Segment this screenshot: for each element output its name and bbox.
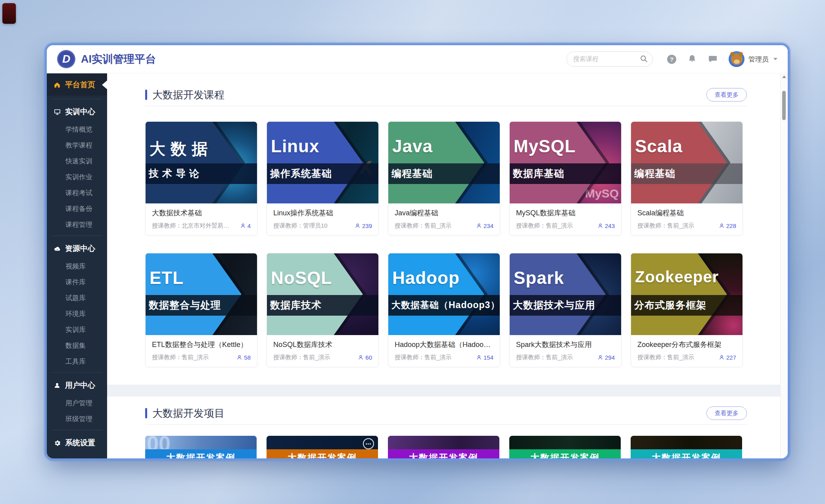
course-card[interactable]: Linux Linux 操作系统基础 Linux操作系统基础 授课教师：管理员1…	[267, 121, 379, 236]
course-teacher: 授课教师：售前_演示	[637, 222, 694, 230]
section-gap	[107, 385, 781, 397]
student-count: 239	[355, 222, 372, 229]
sidebar-item[interactable]: 学情概览	[47, 121, 107, 137]
course-card[interactable]: 大 数 据 技 术 导 论 大数据技术基础 授课教师：北京市对外贸易学校教...…	[145, 121, 257, 236]
search-box	[566, 52, 653, 67]
sidebar: 平台首页 实训中心 学情概览 教学课程 快速实训 实训作业 课程考试 课程备份 …	[47, 73, 107, 458]
course-cover-image: 大 数 据 技 术 导 论	[146, 122, 257, 203]
person-icon	[358, 355, 364, 360]
course-cover-image: Java 编程基础	[388, 122, 500, 203]
person-icon	[476, 355, 482, 360]
course-teacher: 授课教师：售前_演示	[395, 222, 451, 230]
course-teacher: 授课教师：售前_演示	[395, 354, 451, 361]
sidebar-section-users[interactable]: 用户中心	[47, 376, 107, 395]
project-banner: 大数据开发案例	[631, 449, 742, 458]
course-title: Linux操作系统基础	[273, 208, 372, 218]
course-cover-image: Zookeeper 分布式服务框架	[631, 253, 742, 335]
student-count: 154	[476, 354, 493, 361]
project-card[interactable]: 大数据开发案例	[388, 436, 499, 458]
view-more-button[interactable]: 查看更多	[706, 406, 747, 420]
search-icon[interactable]	[640, 55, 648, 63]
project-banner: 大数据开发案例	[388, 449, 499, 458]
sidebar-item[interactable]: 课程考试	[47, 185, 107, 201]
sidebar-section-training[interactable]: 实训中心	[47, 102, 107, 121]
course-card[interactable]: Spark 大数据技术与应用 Spark大数据技术与应用 授课教师：售前_演示 …	[509, 253, 622, 367]
app-logo	[57, 50, 75, 68]
person-icon	[476, 223, 482, 229]
sidebar-item[interactable]: 实训作业	[47, 169, 107, 185]
course-teacher: 授课教师：售前_演示	[273, 354, 330, 361]
gear-icon	[53, 439, 61, 447]
main-content: 大数据开发课程 查看更多 大 数 据 技 术 导 论 大数据技术基础	[107, 73, 788, 458]
sidebar-divider	[52, 372, 102, 373]
course-cover-image: MySQ MySQL 数据库基础	[510, 122, 621, 203]
more-dots-icon	[363, 438, 374, 449]
course-teacher: 授课教师：北京市对外贸易学校教...	[152, 222, 233, 230]
title-accent-bar	[145, 90, 147, 100]
user-menu[interactable]: 管理员	[729, 51, 777, 67]
course-card[interactable]: Java 编程基础 Java编程基础 授课教师：售前_演示 234	[388, 121, 500, 236]
monitor-icon	[53, 108, 61, 116]
course-title: 大数据技术基础	[152, 208, 251, 218]
home-icon	[53, 81, 61, 89]
sidebar-item[interactable]: 试题库	[47, 290, 107, 306]
sidebar-item-home[interactable]: 平台首页	[47, 74, 107, 96]
course-title: MySQL数据库基础	[516, 208, 615, 218]
project-card[interactable]: 00 大数据开发案例	[145, 436, 257, 458]
course-teacher: 授课教师：售前_演示	[637, 354, 694, 361]
course-cover-image: Spark 大数据技术与应用	[510, 253, 621, 335]
course-title: Hadoop大数据基础（Hadoop3）	[395, 340, 493, 349]
sidebar-item[interactable]: 实训库	[47, 322, 107, 337]
project-grid: 00 大数据开发案例 大数据开发案例 大数据开发案例	[145, 436, 747, 458]
user-icon	[53, 381, 61, 389]
sidebar-section-resources[interactable]: 资源中心	[47, 239, 107, 258]
sidebar-item[interactable]: 数据集	[47, 337, 107, 353]
course-teacher: 授课教师：售前_演示	[516, 222, 573, 230]
person-icon	[597, 223, 603, 229]
sidebar-item[interactable]: 教学课程	[47, 137, 107, 153]
view-more-button[interactable]: 查看更多	[706, 88, 747, 102]
sidebar-item[interactable]: 课程管理	[47, 217, 107, 232]
sidebar-section-settings[interactable]: 系统设置	[47, 433, 107, 452]
sidebar-divider	[52, 430, 102, 430]
course-card[interactable]: NoSQL 数据库技术 NoSQL数据库技术 授课教师：售前_演示 60	[267, 253, 379, 367]
person-icon	[719, 223, 725, 229]
course-cover-image: NoSQL 数据库技术	[267, 253, 378, 335]
scrollbar-up-arrow[interactable]	[782, 75, 786, 78]
sidebar-item[interactable]: 课件库	[47, 274, 107, 290]
course-title: Spark大数据技术与应用	[516, 340, 615, 349]
project-card[interactable]: 大数据开发案例	[267, 436, 378, 458]
student-count: 228	[719, 222, 736, 229]
course-card[interactable]: Scala 编程基础 Scala编程基础 授课教师：售前_演示 228	[631, 121, 743, 236]
section-divider	[145, 106, 747, 106]
course-cover-image: Hadoop 大数据基础（Hadoop3）	[388, 253, 500, 335]
student-count: 243	[597, 222, 615, 229]
course-title: Zookeeper分布式服务框架	[637, 340, 736, 349]
course-card[interactable]: MySQ MySQL 数据库基础 MySQL数据库基础 授课教师：售前_演示	[509, 121, 622, 236]
sidebar-item[interactable]: 快速实训	[47, 153, 107, 169]
person-icon	[355, 223, 361, 229]
course-card[interactable]: Hadoop 大数据基础（Hadoop3） Hadoop大数据基础（Hadoop…	[388, 253, 500, 367]
chat-icon[interactable]	[708, 54, 718, 64]
app-header: AI实训管理平台 管理员	[47, 45, 788, 73]
student-count: 60	[358, 354, 372, 361]
project-card[interactable]: 大数据开发案例	[509, 436, 621, 458]
course-card[interactable]: Zookeeper 分布式服务框架 Zookeeper分布式服务框架 授课教师：…	[631, 253, 743, 367]
course-card[interactable]: ETL 数据整合与处理 ETL数据整合与处理（Kettle） 授课教师：售前_演…	[145, 253, 257, 367]
sidebar-item[interactable]: 课程备份	[47, 201, 107, 217]
sidebar-item[interactable]: 视频库	[47, 258, 107, 274]
sidebar-item[interactable]: 用户管理	[47, 395, 107, 411]
course-title: Java编程基础	[395, 208, 493, 218]
sidebar-item[interactable]: 环境库	[47, 306, 107, 322]
help-icon[interactable]	[667, 55, 676, 64]
sidebar-divider	[52, 236, 102, 236]
cloud-icon	[53, 245, 61, 253]
section-title-courses: 大数据开发课程	[145, 88, 224, 102]
scrollbar-thumb[interactable]	[782, 91, 786, 120]
student-count: 294	[597, 354, 615, 361]
sidebar-item[interactable]: 班级管理	[47, 411, 107, 427]
student-count: 234	[476, 222, 493, 229]
sidebar-item[interactable]: 工具库	[47, 353, 107, 369]
project-card[interactable]: 大数据开发案例	[631, 436, 742, 458]
bell-icon[interactable]	[687, 54, 697, 64]
